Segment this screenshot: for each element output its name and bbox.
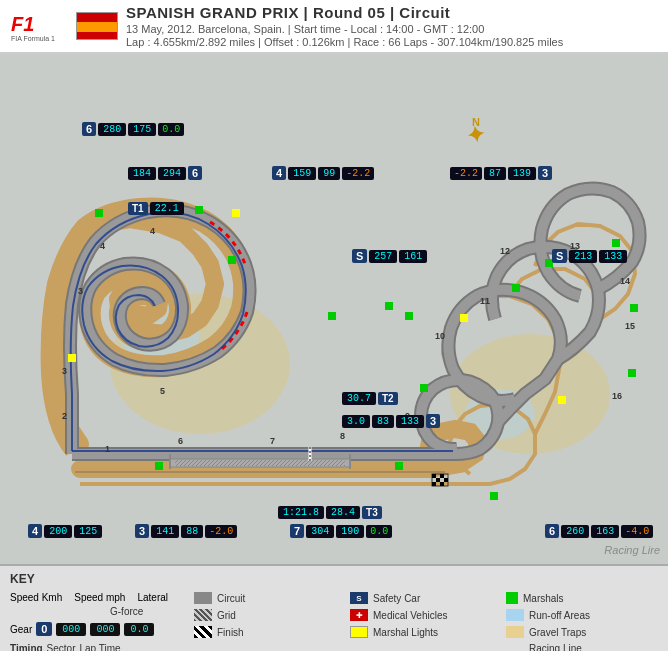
- speed-mph: 175: [128, 123, 156, 136]
- svg-rect-56: [68, 354, 76, 362]
- svg-rect-46: [405, 312, 413, 320]
- svg-text:7: 7: [270, 436, 275, 446]
- gear-label: Gear: [10, 624, 32, 635]
- badge-184: 184 294 6: [128, 166, 202, 180]
- key-title: KEY: [10, 572, 658, 586]
- svg-rect-53: [490, 492, 498, 500]
- badge-213: S 213 133: [552, 249, 627, 263]
- key-grid: Speed Kmh Speed mph Lateral G-force Gear…: [10, 592, 658, 651]
- timing-label: Timing: [10, 643, 43, 651]
- runoff-icon: [506, 609, 524, 621]
- timing-display: Timing Sector Lap Time Sector T3 0.0 0:0…: [10, 643, 190, 651]
- svg-text:F1: F1: [11, 13, 34, 35]
- svg-rect-42: [195, 206, 203, 214]
- speed-mph-label: Speed mph: [74, 592, 125, 603]
- svg-rect-55: [155, 462, 163, 470]
- legend-medical: ✚ Medical Vehicles: [350, 609, 502, 621]
- legend-col1: Circuit Grid Finish: [194, 592, 346, 651]
- svg-text:15: 15: [625, 321, 635, 331]
- legend-col2: S Safety Car ✚ Medical Vehicles Marshal …: [350, 592, 502, 651]
- badge-257: S 257 161: [352, 249, 427, 263]
- gforce-label: G-force: [110, 606, 190, 617]
- legend-finish: Finish: [194, 626, 346, 638]
- badge-159: 4 159 99 -2.2: [272, 166, 374, 180]
- svg-rect-45: [328, 312, 336, 320]
- badge-t2-sector: 30.7 T2: [342, 392, 398, 405]
- badge-83: 3.0 83 133 3: [342, 414, 440, 428]
- legend-circuit: Circuit: [194, 592, 346, 604]
- svg-text:16: 16: [612, 391, 622, 401]
- svg-rect-58: [460, 314, 468, 322]
- badge-t1-approach: 6 280 175 0.0: [82, 122, 184, 136]
- svg-text:12: 12: [500, 246, 510, 256]
- svg-rect-38: [444, 478, 448, 482]
- svg-rect-41: [95, 209, 103, 217]
- legend-grid: Grid: [194, 609, 346, 621]
- svg-text:14: 14: [620, 276, 630, 286]
- svg-text:11: 11: [480, 296, 490, 306]
- speed-kmh: 280: [98, 123, 126, 136]
- marshals-icon: [506, 592, 518, 604]
- marshal-lights-icon: [350, 626, 368, 638]
- gforce-value: 0.0: [158, 123, 184, 136]
- f1-logo: F1 FIA Formula 1: [8, 8, 68, 44]
- svg-rect-50: [612, 239, 620, 247]
- header: F1 FIA Formula 1 SPANISH GRAND PRIX | Ro…: [0, 0, 668, 54]
- svg-text:10: 10: [435, 331, 445, 341]
- badge-t1-sector: T1 22.1: [128, 202, 184, 215]
- event-subtitle: 13 May, 2012. Barcelona, Spain. | Start …: [126, 23, 660, 35]
- svg-text:N: N: [472, 116, 480, 128]
- svg-rect-47: [420, 384, 428, 392]
- legend-runoff: Run-off Areas: [506, 609, 658, 621]
- svg-rect-59: [558, 396, 566, 404]
- legend-marshals: Marshals: [506, 592, 658, 604]
- svg-rect-51: [630, 304, 638, 312]
- gear-value: 6: [82, 122, 96, 136]
- svg-rect-57: [232, 209, 240, 217]
- medical-icon: ✚: [350, 609, 368, 621]
- badge-t3-sector: 1:21.8 28.4 T3: [278, 506, 382, 519]
- svg-rect-35: [432, 474, 436, 478]
- svg-rect-37: [436, 478, 440, 482]
- key-controls: Speed Kmh Speed mph Lateral G-force Gear…: [10, 592, 190, 651]
- svg-rect-43: [228, 256, 236, 264]
- svg-rect-39: [432, 482, 436, 486]
- legend-gravel: Gravel Traps: [506, 626, 658, 638]
- finish-icon: [194, 626, 212, 638]
- svg-rect-48: [512, 284, 520, 292]
- svg-rect-54: [395, 462, 403, 470]
- svg-text:3: 3: [78, 286, 83, 296]
- circuit-map: 2 3 3 4 4 5 6 1 7 8 9 10 11 12 13 14 15 …: [0, 54, 668, 564]
- svg-rect-40: [440, 482, 444, 486]
- event-title: SPANISH GRAND PRIX | Round 05 | Circuit: [126, 4, 660, 21]
- legend-racing-line: Racing Line Tyre / TecPro Barriers Fenci…: [506, 643, 658, 651]
- svg-text:4: 4: [150, 226, 155, 236]
- gravel-icon: [506, 626, 524, 638]
- svg-text:8: 8: [340, 431, 345, 441]
- safety-car-icon: S: [350, 592, 368, 604]
- svg-rect-12: [175, 460, 345, 466]
- gear-display: Gear 0 000 000 0.0: [10, 622, 190, 636]
- circuit-icon: [194, 592, 212, 604]
- svg-text:3: 3: [62, 366, 67, 376]
- speed-kmh-label: Speed Kmh: [10, 592, 62, 603]
- badge-260: 6 260 163 -4.0: [545, 524, 653, 538]
- legend-safety-car: S Safety Car: [350, 592, 502, 604]
- badge-141: 3 141 88 -2.0: [135, 524, 237, 538]
- header-info: SPANISH GRAND PRIX | Round 05 | Circuit …: [126, 4, 660, 48]
- svg-rect-52: [628, 369, 636, 377]
- badge-304: 7 304 190 0.0: [290, 524, 392, 538]
- key-section: KEY Speed Kmh Speed mph Lateral G-force …: [0, 564, 668, 651]
- svg-text:4: 4: [100, 241, 105, 251]
- svg-rect-36: [440, 474, 444, 478]
- lateral-label: Lateral: [137, 592, 168, 603]
- legend-col3: Marshals Run-off Areas Gravel Traps Raci…: [506, 592, 658, 651]
- badge-200: 4 200 125: [28, 524, 102, 538]
- spain-flag: [76, 12, 118, 40]
- speed-labels: Speed Kmh Speed mph Lateral: [10, 592, 190, 603]
- svg-rect-44: [385, 302, 393, 310]
- lap-info: Lap : 4.655km/2.892 miles | Offset : 0.1…: [126, 36, 660, 48]
- watermark: Racing Lire: [604, 544, 660, 556]
- badge-87: -2.2 87 139 3: [450, 166, 552, 180]
- svg-text:5: 5: [160, 386, 165, 396]
